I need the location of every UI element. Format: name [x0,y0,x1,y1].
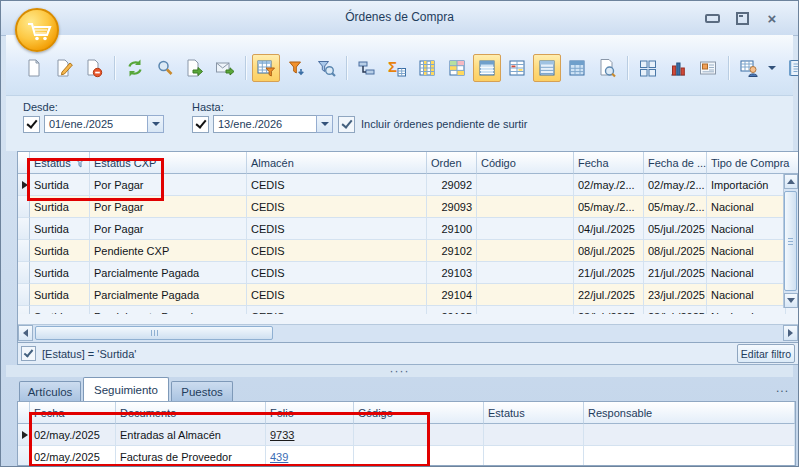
include-pending-label: Incluir órdenes pendiente de surtir [361,118,527,130]
minimize-button[interactable] [704,11,720,25]
column-header-fecha-de[interactable]: Fecha de ... [644,152,707,174]
shopping-cart-icon[interactable] [15,8,59,52]
vertical-scrollbar[interactable] [783,174,798,308]
group-rows-button[interactable] [353,54,381,82]
arrow-left-icon [23,329,28,337]
partial-table-row[interactable]: Surtida Parcialmente Pagada CEDIS 29105 … [18,306,798,314]
scroll-left-button[interactable] [18,325,33,341]
desde-checkbox[interactable] [23,116,40,133]
table-columns-button[interactable] [413,54,441,82]
print-preview-button[interactable] [593,54,621,82]
column-header-tipo-compra[interactable]: Tipo de Compra [707,152,799,174]
arrow-down-icon [787,298,795,303]
table-cells-button[interactable] [443,54,471,82]
scroll-down-button[interactable] [784,293,798,308]
column-header-estatus[interactable]: Estatus [484,402,584,424]
table-plain-button[interactable] [563,54,591,82]
new-document-icon [24,58,44,78]
toolbar-separator [245,56,246,80]
table-row[interactable]: Surtida Por Pagar CEDIS 29100 04/jul./20… [18,218,798,240]
restore-button[interactable] [734,11,750,25]
horizontal-scrollbar[interactable] [18,324,798,342]
totals-button[interactable]: Σ [383,54,411,82]
close-button[interactable]: × [764,11,780,25]
restore-icon [736,12,749,25]
check-icon [195,117,206,129]
toolbar-separator [627,56,628,80]
refresh-button[interactable] [121,54,149,82]
desde-date-field[interactable]: 01/ene./2025 [44,115,147,133]
column-header-fecha[interactable]: Fecha [574,152,644,174]
delete-document-button[interactable] [80,54,108,82]
user-grid-dropdown-icon[interactable] [768,66,776,70]
new-document-button[interactable] [20,54,48,82]
scroll-right-button[interactable] [783,325,798,341]
arrow-up-icon [787,179,795,184]
tab-puestos[interactable]: Puestos [171,381,233,401]
toolbar-separator [728,56,729,80]
tab-overflow-button[interactable]: ... [776,381,789,395]
hasta-label: Hasta: [192,101,224,113]
funnel-down-icon [286,58,306,78]
splitter-handle[interactable]: ···· [6,365,793,377]
desde-dropdown-button[interactable] [147,115,164,133]
funnel-export-button[interactable] [282,54,310,82]
send-mail-button[interactable] [211,54,239,82]
horizontal-scroll-thumb[interactable] [35,326,273,340]
funnel-find-button[interactable] [312,54,340,82]
grid-filter-button[interactable] [252,54,280,82]
cart-glyph [17,10,57,50]
filter-enabled-checkbox[interactable] [21,346,36,361]
card-view-button[interactable] [694,54,722,82]
chevron-down-icon [152,122,160,126]
sum-sigma-icon: Σ [387,58,407,78]
table-row[interactable]: Surtida Parcialmente Pagada CEDIS 29103 … [18,262,798,284]
layout-button[interactable] [634,54,662,82]
card-view-icon [698,58,718,78]
column-header-responsable[interactable]: Responsable [584,402,795,424]
row-indicator [18,240,30,262]
include-pending-checkbox[interactable] [338,116,355,133]
table-row[interactable]: Surtida Parcialmente Pagada CEDIS 29104 … [18,284,798,306]
chart-button[interactable] [664,54,692,82]
check-icon [26,117,37,129]
title-bar[interactable]: Órdenes de Compra × [1,1,798,36]
notebook-button[interactable] [781,54,799,82]
table-plain-icon [567,58,587,78]
column-header-almacen[interactable]: Almacén [247,152,427,174]
app-window: Órdenes de Compra × [0,0,799,467]
grid-filter-icon [256,58,276,78]
toolbar-separator [346,56,347,80]
detail-tabstrip: Artículos Seguimiento Puestos ... [17,377,799,401]
close-icon: × [768,11,777,26]
hasta-date-field[interactable]: 13/ene./2026 [213,115,316,133]
table-rows-button[interactable] [533,54,561,82]
row-indicator [18,218,30,240]
edit-filter-button[interactable]: Editar filtro [737,344,795,363]
vertical-scroll-thumb[interactable] [784,191,797,291]
column-header-orden[interactable]: Orden [427,152,477,174]
splitter-dots-icon: ···· [390,369,410,373]
table-columns-icon [417,58,437,78]
user-grid-button[interactable] [735,54,763,82]
table-marks-button[interactable] [503,54,531,82]
tab-articulos[interactable]: Artículos [19,381,81,401]
table-row[interactable]: Surtida Pendiente CXP CEDIS 29102 08/jul… [18,240,798,262]
funnel-find-icon [316,58,336,78]
search-button[interactable] [151,54,179,82]
current-row-arrow-icon [22,431,28,439]
bar-chart-icon [668,58,688,78]
export-document-button[interactable] [181,54,209,82]
edit-document-button[interactable] [50,54,78,82]
table-rows-icon [537,58,557,78]
hasta-dropdown-button[interactable] [316,115,333,133]
table-cells-colored-icon [447,58,467,78]
grid-lines-button[interactable] [473,54,501,82]
filter-expression-panel: [Estatus] = 'Surtida' Editar filtro [17,343,799,365]
column-header-codigo[interactable]: Código [477,152,574,174]
scroll-up-button[interactable] [784,174,798,189]
send-mail-icon [215,58,235,78]
print-preview-icon [597,58,617,78]
hasta-checkbox[interactable] [192,116,209,133]
tab-seguimiento[interactable]: Seguimiento [83,377,169,401]
